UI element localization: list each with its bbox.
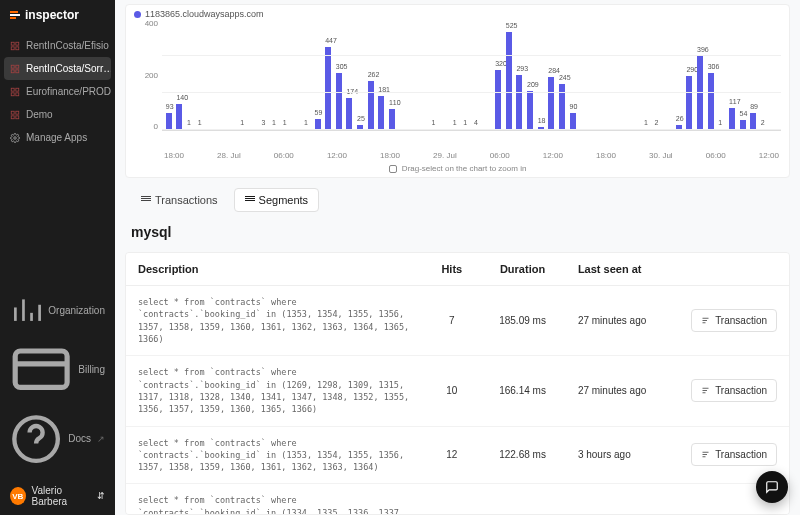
legend-dot-icon xyxy=(134,11,141,18)
lastseen-cell: 27 minutes ago xyxy=(566,286,679,356)
chart-bar[interactable]: 320 xyxy=(495,70,501,130)
bar-slot: 93 xyxy=(164,113,174,130)
column-header: Duration xyxy=(479,253,566,286)
chart-bar[interactable]: 140 xyxy=(176,104,182,130)
bar-value-label: 209 xyxy=(527,81,539,88)
duration-cell: 166.14 ms xyxy=(479,356,566,426)
bar-value-label: 396 xyxy=(697,46,709,53)
transaction-button[interactable]: Transaction xyxy=(691,309,777,332)
chart-bar[interactable]: 290 xyxy=(686,76,692,130)
sidebar-item-label: Billing xyxy=(78,364,105,375)
chart-legend[interactable]: 1183865.cloudwaysapps.com xyxy=(134,9,781,19)
chart-bar[interactable]: 284 xyxy=(548,77,554,130)
chart-bar[interactable]: 117 xyxy=(729,108,735,130)
svg-rect-1 xyxy=(16,42,19,45)
svg-rect-8 xyxy=(11,88,14,91)
y-axis: 4002000 xyxy=(134,19,162,131)
chart-bar[interactable]: 181 xyxy=(378,96,384,130)
chart-bar[interactable]: 209 xyxy=(527,91,533,130)
lastseen-cell: 27 minutes ago xyxy=(566,356,679,426)
chart-bar[interactable]: 89 xyxy=(750,113,756,130)
transaction-icon xyxy=(701,316,710,325)
chart-bar[interactable]: 262 xyxy=(368,81,374,130)
chart-bar[interactable]: 306 xyxy=(708,73,714,130)
transaction-button[interactable]: Transaction xyxy=(691,443,777,466)
sidebar-item-billing[interactable]: Billing xyxy=(0,332,115,406)
brand-logo-icon xyxy=(10,11,20,19)
chart-bar[interactable]: 93 xyxy=(166,113,172,130)
billing-icon xyxy=(10,338,72,400)
bar-value-label: 90 xyxy=(570,103,578,110)
lastseen-cell: 4 hours ago xyxy=(566,484,679,515)
brand[interactable]: inspector xyxy=(0,0,115,30)
svg-rect-0 xyxy=(11,42,14,45)
bar-slot: 209 xyxy=(525,91,535,130)
bar-slot: 89 xyxy=(748,113,758,130)
bar-value-label: 117 xyxy=(729,98,741,105)
svg-rect-4 xyxy=(11,65,14,68)
chart-bar[interactable]: 305 xyxy=(336,73,342,130)
transaction-button[interactable]: Transaction xyxy=(691,379,777,402)
chart-bar[interactable]: 293 xyxy=(516,75,522,130)
sidebar-item-app[interactable]: RentInCosta/Efisio xyxy=(0,34,115,57)
hits-cell: 7 xyxy=(424,484,479,515)
tab-segments[interactable]: Segments xyxy=(234,188,320,212)
sidebar-nav-apps: RentInCosta/EfisioRentInCosta/Sorr…Eurof… xyxy=(0,34,115,149)
chart-hint: Drag-select on the chart to zoom in xyxy=(134,160,781,175)
chart-bar[interactable]: 396 xyxy=(697,56,703,130)
svg-rect-6 xyxy=(11,69,14,72)
svg-rect-13 xyxy=(16,111,19,114)
svg-rect-10 xyxy=(11,92,14,95)
bar-value-label: 1 xyxy=(272,119,276,126)
bar-value-label: 1 xyxy=(718,119,722,126)
sidebar-item-label: Eurofinance/PROD xyxy=(26,86,111,97)
chart-bar[interactable]: 447 xyxy=(325,47,331,130)
sidebar-item-app[interactable]: RentInCosta/Sorr… xyxy=(4,57,111,80)
bar-value-label: 3 xyxy=(261,119,265,126)
bar-value-label: 2 xyxy=(761,119,765,126)
bar-value-label: 2 xyxy=(655,119,659,126)
sidebar-item-app[interactable]: Manage Apps xyxy=(0,126,115,149)
svg-rect-21 xyxy=(15,351,67,387)
bar-slot: 290 xyxy=(685,76,695,130)
chart-bar[interactable]: 110 xyxy=(389,109,395,130)
app-icon xyxy=(10,87,20,97)
bar-slot: 284 xyxy=(547,77,557,130)
chart-panel: 1183865.cloudwaysapps.com 4002000 931401… xyxy=(125,4,790,178)
svg-rect-12 xyxy=(11,111,14,114)
bar-value-label: 54 xyxy=(740,110,748,117)
bar-value-label: 1 xyxy=(240,119,244,126)
chart-bar[interactable]: 174 xyxy=(346,98,352,130)
bar-slot: 117 xyxy=(727,108,737,130)
sidebar-item-app[interactable]: Eurofinance/PROD xyxy=(0,80,115,103)
tab-label: Segments xyxy=(259,194,309,206)
transaction-icon xyxy=(701,450,710,459)
bar-slot: 174 xyxy=(345,98,355,130)
sidebar-item-label: RentInCosta/Efisio xyxy=(26,40,109,51)
tab-transactions[interactable]: Transactions xyxy=(131,189,228,211)
sidebar-item-label: Demo xyxy=(26,109,53,120)
chart-plot[interactable]: 9314011131115944730517425262181110111432… xyxy=(162,19,781,131)
bar-slot: 447 xyxy=(323,47,333,130)
bar-slot: 396 xyxy=(695,56,705,130)
sidebar-item-docs[interactable]: Docs↗ xyxy=(0,407,115,471)
chart-area[interactable]: 4002000 93140111311159447305174252621811… xyxy=(134,19,781,149)
list-icon xyxy=(141,196,151,204)
sidebar-item-label: Docs xyxy=(68,433,91,444)
lastseen-cell: 3 hours ago xyxy=(566,426,679,484)
bar-value-label: 18 xyxy=(538,117,546,124)
chart-bar[interactable]: 90 xyxy=(570,113,576,130)
column-header xyxy=(679,253,789,286)
bar-value-label: 1 xyxy=(453,119,457,126)
column-header: Hits xyxy=(424,253,479,286)
sidebar-item-organization[interactable]: Organization xyxy=(0,288,115,332)
external-link-icon: ↗ xyxy=(97,434,105,444)
chat-fab[interactable] xyxy=(756,471,788,503)
svg-point-16 xyxy=(14,136,17,139)
bar-slot: 525 xyxy=(504,32,514,130)
user-row[interactable]: VB Valerio Barbera ⇵ xyxy=(0,477,115,515)
bar-value-label: 25 xyxy=(357,115,365,122)
chart-bar[interactable]: 525 xyxy=(506,32,512,130)
sidebar-item-app[interactable]: Demo xyxy=(0,103,115,126)
bar-value-label: 110 xyxy=(389,99,401,106)
